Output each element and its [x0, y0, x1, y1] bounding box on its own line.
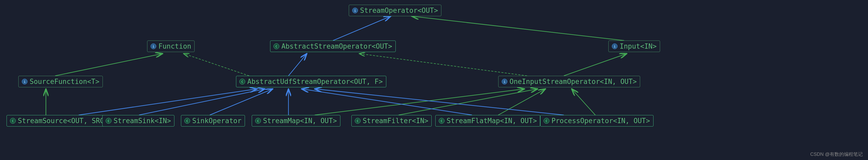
- node-input: i Input<IN>: [609, 41, 660, 52]
- svg-line-2: [333, 16, 391, 41]
- node-stream-operator: i StreamOperator<OUT>: [349, 5, 441, 16]
- node-abstract-stream-operator: C AbstractStreamOperator<OUT>: [270, 41, 396, 52]
- svg-line-19: [572, 89, 595, 115]
- badge-stream-map: C: [255, 118, 261, 124]
- svg-line-10: [79, 89, 257, 115]
- label-process-operator: ProcessOperator<IN, OUT>: [552, 117, 650, 125]
- label-function: Function: [158, 42, 191, 50]
- node-abstract-udf: C AbstractUdfStreamOperator<OUT, F>: [236, 76, 386, 87]
- label-stream-flat-map: StreamFlatMap<IN, OUT>: [446, 117, 537, 125]
- badge-stream-operator: i: [352, 8, 358, 13]
- svg-line-11: [139, 89, 265, 115]
- node-source-function: i SourceFunction<T>: [18, 76, 103, 87]
- svg-line-18: [315, 89, 564, 115]
- badge-abstract-udf: C: [240, 79, 245, 84]
- badge-process-operator: C: [544, 118, 549, 124]
- diagram-container: i StreamOperator<OUT> i Function C Abstr…: [0, 0, 868, 160]
- node-sink-operator: C SinkOperator: [181, 115, 245, 126]
- node-process-operator: C ProcessOperator<IN, OUT>: [540, 115, 653, 126]
- node-stream-filter: C StreamFilter<IN>: [351, 115, 432, 126]
- label-abstract-udf: AbstractUdfStreamOperator<OUT, F>: [247, 78, 383, 85]
- svg-line-4: [288, 53, 307, 76]
- badge-input: i: [612, 43, 618, 49]
- badge-stream-filter: C: [355, 118, 361, 124]
- svg-line-3: [412, 16, 624, 41]
- badge-stream-source: C: [10, 118, 16, 124]
- badge-stream-sink: C: [106, 118, 112, 124]
- label-one-input: OneInputStreamOperator<IN, OUT>: [509, 78, 637, 85]
- badge-function: i: [151, 43, 156, 49]
- badge-sink-operator: C: [184, 118, 190, 124]
- svg-line-15: [399, 89, 537, 115]
- svg-line-16: [302, 89, 472, 115]
- label-stream-operator: StreamOperator<OUT>: [360, 6, 438, 14]
- label-sink-operator: SinkOperator: [192, 117, 242, 125]
- node-stream-source: C StreamSource<OUT, SRC>: [6, 115, 112, 126]
- svg-line-6: [55, 53, 163, 76]
- node-stream-sink: C StreamSink<IN>: [102, 115, 175, 126]
- badge-source-function: i: [22, 79, 28, 84]
- svg-line-7: [359, 53, 527, 76]
- svg-line-17: [498, 89, 546, 115]
- svg-line-12: [210, 89, 273, 115]
- svg-line-14: [315, 89, 524, 115]
- arrows-svg: [0, 0, 868, 160]
- svg-line-5: [184, 53, 249, 76]
- node-one-input: i OneInputStreamOperator<IN, OUT>: [498, 76, 640, 87]
- node-function: i Function: [147, 41, 194, 52]
- label-input: Input<IN>: [620, 42, 657, 50]
- svg-line-8: [564, 53, 627, 76]
- badge-one-input: i: [502, 79, 507, 84]
- label-stream-source: StreamSource<OUT, SRC>: [18, 117, 108, 125]
- label-stream-filter: StreamFilter<IN>: [363, 117, 428, 125]
- label-stream-sink: StreamSink<IN>: [114, 117, 171, 125]
- node-stream-flat-map: C StreamFlatMap<IN, OUT>: [435, 115, 540, 126]
- label-stream-map: StreamMap<IN, OUT>: [263, 117, 337, 125]
- label-abstract-stream-operator: AbstractStreamOperator<OUT>: [281, 42, 392, 50]
- label-source-function: SourceFunction<T>: [30, 78, 99, 85]
- badge-stream-flat-map: C: [439, 118, 444, 124]
- node-stream-map: C StreamMap<IN, OUT>: [252, 115, 340, 126]
- watermark: CSDN @有数的编程笔记: [810, 151, 863, 157]
- badge-abstract-stream-operator: C: [274, 43, 279, 49]
